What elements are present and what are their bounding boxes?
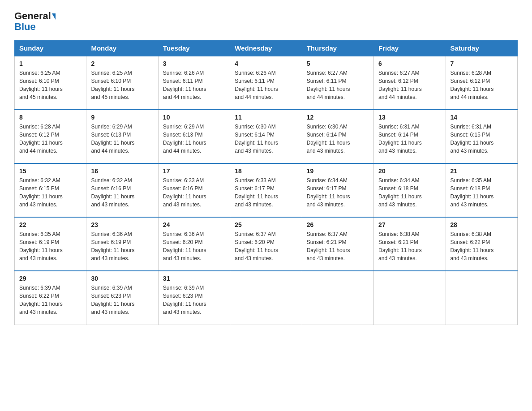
day-number: 14 (450, 114, 513, 121)
day-number: 29 (19, 275, 82, 282)
day-info: Sunrise: 6:30 AM Sunset: 6:14 PM Dayligh… (307, 123, 369, 155)
calendar-week-row: 1 Sunrise: 6:25 AM Sunset: 6:10 PM Dayli… (15, 56, 518, 110)
calendar-day-cell (302, 271, 373, 325)
day-number: 9 (91, 114, 153, 121)
day-number: 8 (19, 114, 82, 121)
header-friday: Friday (374, 41, 446, 56)
calendar-week-row: 8 Sunrise: 6:28 AM Sunset: 6:12 PM Dayli… (15, 110, 518, 163)
day-info: Sunrise: 6:34 AM Sunset: 6:17 PM Dayligh… (307, 176, 369, 209)
day-info: Sunrise: 6:32 AM Sunset: 6:16 PM Dayligh… (91, 176, 153, 209)
calendar-day-cell: 10 Sunrise: 6:29 AM Sunset: 6:13 PM Dayl… (158, 110, 230, 163)
day-number: 22 (19, 221, 82, 228)
day-number: 10 (163, 114, 225, 121)
day-info: Sunrise: 6:25 AM Sunset: 6:10 PM Dayligh… (19, 69, 82, 101)
calendar-day-cell: 2 Sunrise: 6:25 AM Sunset: 6:10 PM Dayli… (86, 56, 158, 110)
calendar-day-cell: 23 Sunrise: 6:36 AM Sunset: 6:19 PM Dayl… (86, 217, 158, 271)
calendar-day-cell: 29 Sunrise: 6:39 AM Sunset: 6:22 PM Dayl… (15, 271, 86, 325)
day-number: 24 (163, 221, 225, 228)
day-info: Sunrise: 6:35 AM Sunset: 6:18 PM Dayligh… (450, 176, 513, 209)
header-monday: Monday (86, 41, 158, 56)
day-info: Sunrise: 6:31 AM Sunset: 6:15 PM Dayligh… (450, 123, 513, 155)
calendar-day-cell: 20 Sunrise: 6:34 AM Sunset: 6:18 PM Dayl… (374, 163, 446, 217)
day-number: 27 (378, 221, 441, 228)
calendar-day-cell: 30 Sunrise: 6:39 AM Sunset: 6:23 PM Dayl… (86, 271, 158, 325)
day-info: Sunrise: 6:27 AM Sunset: 6:11 PM Dayligh… (307, 69, 369, 101)
calendar-day-cell: 24 Sunrise: 6:36 AM Sunset: 6:20 PM Dayl… (158, 217, 230, 271)
day-number: 15 (19, 167, 82, 175)
calendar-day-cell: 25 Sunrise: 6:37 AM Sunset: 6:20 PM Dayl… (230, 217, 302, 271)
day-info: Sunrise: 6:38 AM Sunset: 6:22 PM Dayligh… (450, 230, 513, 262)
day-info: Sunrise: 6:39 AM Sunset: 6:22 PM Dayligh… (19, 284, 82, 316)
day-number: 4 (235, 60, 297, 67)
calendar-day-cell: 22 Sunrise: 6:35 AM Sunset: 6:19 PM Dayl… (15, 217, 86, 271)
calendar-day-cell: 15 Sunrise: 6:32 AM Sunset: 6:15 PM Dayl… (15, 163, 86, 217)
day-number: 17 (163, 167, 225, 175)
day-number: 23 (91, 221, 153, 228)
calendar-week-row: 29 Sunrise: 6:39 AM Sunset: 6:22 PM Dayl… (15, 271, 518, 325)
calendar-day-cell: 31 Sunrise: 6:39 AM Sunset: 6:23 PM Dayl… (158, 271, 230, 325)
day-number: 26 (307, 221, 369, 228)
page-header: General Blue (14, 11, 518, 32)
calendar-day-cell: 21 Sunrise: 6:35 AM Sunset: 6:18 PM Dayl… (446, 163, 517, 217)
day-info: Sunrise: 6:28 AM Sunset: 6:12 PM Dayligh… (19, 123, 82, 155)
calendar-day-cell: 28 Sunrise: 6:38 AM Sunset: 6:22 PM Dayl… (446, 217, 517, 271)
day-number: 30 (91, 275, 153, 282)
calendar-week-row: 15 Sunrise: 6:32 AM Sunset: 6:15 PM Dayl… (15, 163, 518, 217)
calendar-week-row: 22 Sunrise: 6:35 AM Sunset: 6:19 PM Dayl… (15, 217, 518, 271)
day-info: Sunrise: 6:37 AM Sunset: 6:21 PM Dayligh… (307, 230, 369, 262)
calendar-day-cell (446, 271, 517, 325)
day-info: Sunrise: 6:26 AM Sunset: 6:11 PM Dayligh… (235, 69, 297, 101)
day-info: Sunrise: 6:32 AM Sunset: 6:15 PM Dayligh… (19, 176, 82, 209)
calendar-day-cell: 7 Sunrise: 6:28 AM Sunset: 6:12 PM Dayli… (446, 56, 517, 110)
logo: General Blue (14, 11, 56, 32)
calendar-day-cell: 16 Sunrise: 6:32 AM Sunset: 6:16 PM Dayl… (86, 163, 158, 217)
logo-blue-text: Blue (14, 21, 36, 32)
logo-text: General Blue (14, 11, 56, 32)
day-info: Sunrise: 6:35 AM Sunset: 6:19 PM Dayligh… (19, 230, 82, 262)
header-thursday: Thursday (302, 41, 373, 56)
day-number: 12 (307, 114, 369, 121)
calendar-day-cell: 3 Sunrise: 6:26 AM Sunset: 6:11 PM Dayli… (158, 56, 230, 110)
day-number: 25 (235, 221, 297, 228)
calendar-day-cell: 13 Sunrise: 6:31 AM Sunset: 6:14 PM Dayl… (374, 110, 446, 163)
header-wednesday: Wednesday (230, 41, 302, 56)
day-number: 3 (163, 60, 225, 67)
day-info: Sunrise: 6:38 AM Sunset: 6:21 PM Dayligh… (378, 230, 441, 262)
day-number: 11 (235, 114, 297, 121)
day-number: 28 (450, 221, 513, 228)
day-number: 16 (91, 167, 153, 175)
day-number: 7 (450, 60, 513, 67)
day-info: Sunrise: 6:36 AM Sunset: 6:20 PM Dayligh… (163, 230, 225, 262)
calendar-day-cell: 4 Sunrise: 6:26 AM Sunset: 6:11 PM Dayli… (230, 56, 302, 110)
calendar-day-cell: 6 Sunrise: 6:27 AM Sunset: 6:12 PM Dayli… (374, 56, 446, 110)
calendar-day-cell: 19 Sunrise: 6:34 AM Sunset: 6:17 PM Dayl… (302, 163, 373, 217)
header-saturday: Saturday (446, 41, 517, 56)
day-info: Sunrise: 6:33 AM Sunset: 6:16 PM Dayligh… (163, 176, 225, 209)
calendar-day-cell: 1 Sunrise: 6:25 AM Sunset: 6:10 PM Dayli… (15, 56, 86, 110)
day-info: Sunrise: 6:33 AM Sunset: 6:17 PM Dayligh… (235, 176, 297, 209)
calendar-day-cell: 5 Sunrise: 6:27 AM Sunset: 6:11 PM Dayli… (302, 56, 373, 110)
day-info: Sunrise: 6:39 AM Sunset: 6:23 PM Dayligh… (163, 284, 225, 316)
day-info: Sunrise: 6:29 AM Sunset: 6:13 PM Dayligh… (163, 123, 225, 155)
day-info: Sunrise: 6:27 AM Sunset: 6:12 PM Dayligh… (378, 69, 441, 101)
day-number: 19 (307, 167, 369, 175)
calendar-day-cell (230, 271, 302, 325)
header-sunday: Sunday (15, 41, 86, 56)
day-number: 13 (378, 114, 441, 121)
calendar-day-cell: 18 Sunrise: 6:33 AM Sunset: 6:17 PM Dayl… (230, 163, 302, 217)
calendar-day-cell: 26 Sunrise: 6:37 AM Sunset: 6:21 PM Dayl… (302, 217, 373, 271)
day-number: 2 (91, 60, 153, 67)
day-number: 18 (235, 167, 297, 175)
day-info: Sunrise: 6:25 AM Sunset: 6:10 PM Dayligh… (91, 69, 153, 101)
calendar-table: SundayMondayTuesdayWednesdayThursdayFrid… (14, 40, 518, 325)
day-number: 31 (163, 275, 225, 282)
calendar-day-cell: 8 Sunrise: 6:28 AM Sunset: 6:12 PM Dayli… (15, 110, 86, 163)
day-number: 20 (378, 167, 441, 175)
day-info: Sunrise: 6:29 AM Sunset: 6:13 PM Dayligh… (91, 123, 153, 155)
header-tuesday: Tuesday (158, 41, 230, 56)
day-info: Sunrise: 6:37 AM Sunset: 6:20 PM Dayligh… (235, 230, 297, 262)
day-info: Sunrise: 6:39 AM Sunset: 6:23 PM Dayligh… (91, 284, 153, 316)
day-number: 21 (450, 167, 513, 175)
calendar-day-cell: 14 Sunrise: 6:31 AM Sunset: 6:15 PM Dayl… (446, 110, 517, 163)
calendar-day-cell: 9 Sunrise: 6:29 AM Sunset: 6:13 PM Dayli… (86, 110, 158, 163)
